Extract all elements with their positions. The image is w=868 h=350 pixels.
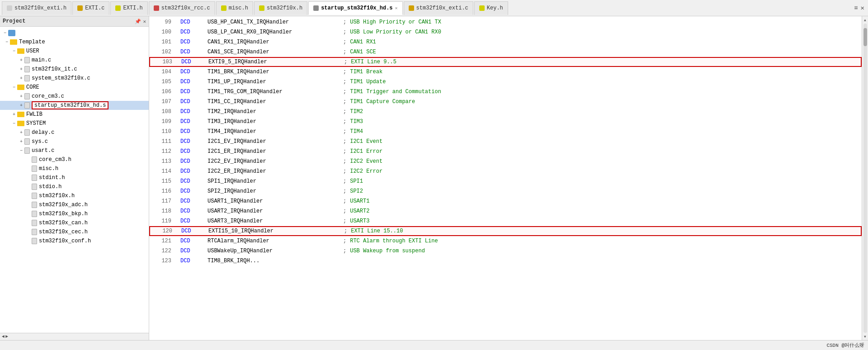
code-line-119[interactable]: 119DCDUSART3_IRQHandler;USART3 <box>149 216 862 226</box>
tree-item-stm32f10x_conf-h[interactable]: stm32f10x_conf.h <box>0 236 149 246</box>
tree-item-startup-file[interactable]: +startup_stm32f10x_hd.s <box>0 101 149 110</box>
tab-stm32f10x_rcc-c[interactable]: stm32f10x_rcc.c <box>149 1 215 15</box>
tree-icon-misc-h <box>32 166 37 172</box>
scrollbar-down-arrow[interactable]: ▼ <box>863 334 868 339</box>
tree-toggle-delay-c[interactable]: + <box>18 130 24 135</box>
pin-icon[interactable]: 📌 <box>135 19 141 24</box>
tree-item-stm32f10x_adc-h[interactable]: stm32f10x_adc.h <box>0 200 149 209</box>
tree-item-system-folder[interactable]: −SYSTEM <box>0 119 149 128</box>
code-line-121[interactable]: 121DCDRTCAlarm_IRQHandler;RTC Alarm thro… <box>149 236 862 246</box>
tab-exti-h[interactable]: EXTI.h <box>110 1 147 15</box>
tree-item-root[interactable]: − <box>0 28 149 38</box>
tree-toggle-fwlib-folder[interactable]: + <box>11 112 17 117</box>
tree-item-stm32f10x_bkp-h[interactable]: stm32f10x_bkp.h <box>0 209 149 218</box>
code-line-112[interactable]: 112DCDI2C1_ER_IRQHandler;I2C1 Error <box>149 147 862 156</box>
tree-toggle-core_cm3-c[interactable]: + <box>18 94 24 99</box>
tree-toggle-template-root[interactable]: − <box>4 40 10 45</box>
code-line-108[interactable]: 108DCDTIM2_IRQHandler;TIM2 <box>149 107 862 117</box>
status-text: CSDN @叫什么呀 <box>826 342 864 349</box>
tree-item-user-folder[interactable]: −USER <box>0 47 149 56</box>
line-sep-112: ; <box>343 148 346 155</box>
tree-item-stdint-h[interactable]: stdint.h <box>0 173 149 182</box>
tree-toggle-system-c[interactable]: + <box>18 76 24 81</box>
tree-toggle-main-c[interactable]: + <box>18 58 24 63</box>
tree-item-stm32f10x-h[interactable]: stm32f10x.h <box>0 191 149 200</box>
code-line-111[interactable]: 111DCDI2C1_EV_IRQHandler;I2C1 Event <box>149 137 862 147</box>
line-comment-116: SPI2 <box>350 188 363 194</box>
scroll-right-icon[interactable]: ► <box>5 334 8 339</box>
close-icon[interactable]: ✕ <box>143 19 146 24</box>
tree-item-template-root[interactable]: −Template <box>0 38 149 47</box>
scrollbar-track[interactable] <box>863 24 867 333</box>
tree-item-core_cm3-c[interactable]: +core_cm3.c <box>0 92 149 101</box>
tree-toggle-system-folder[interactable]: − <box>11 121 17 126</box>
code-line-100[interactable]: 100DCDUSB_LP_CAN1_RX0_IRQHandler;USB Low… <box>149 27 862 37</box>
tree-toggle-user-folder[interactable]: − <box>11 49 17 54</box>
tree-item-delay-c[interactable]: +delay.c <box>0 128 149 137</box>
scrollbar-up-arrow[interactable]: ▲ <box>863 17 868 23</box>
scroll-left-icon[interactable]: ◄ <box>2 334 5 339</box>
tree-item-misc-h[interactable]: misc.h <box>0 164 149 173</box>
code-line-105[interactable]: 105DCDTIM1_UP_IRQHandler;TIM1 Update <box>149 77 862 87</box>
code-line-114[interactable]: 114DCDI2C2_ER_IRQHandler;I2C2 Error <box>149 166 862 176</box>
tab-misc-h[interactable]: misc.h <box>216 1 253 15</box>
tree-item-sys-c[interactable]: +sys.c <box>0 137 149 146</box>
code-line-118[interactable]: 118DCDUSART2_IRQHandler;USART2 <box>149 206 862 216</box>
tab-exti-c[interactable]: EXTI.c <box>72 1 109 15</box>
line-handler-111: I2C1_EV_IRQHandler <box>208 138 343 145</box>
tree-icon-core_cm3-h <box>32 156 37 163</box>
tree-item-core_cm3-h[interactable]: core_cm3.h <box>0 155 149 164</box>
line-sep-113: ; <box>343 158 346 165</box>
tree-toggle-sys-c[interactable]: + <box>18 139 24 144</box>
tree-item-core-folder[interactable]: −CORE <box>0 83 149 92</box>
tree-toggle-usart-c[interactable]: − <box>18 148 24 153</box>
code-line-110[interactable]: 110DCDTIM4_IRQHandler;TIM4 <box>149 127 862 137</box>
code-line-120[interactable]: 120DCDEXTI15_10_IRQHandler;EXTI Line 15.… <box>149 226 862 236</box>
line-dcd-114: DCD <box>180 168 208 175</box>
scrollbar-thumb[interactable] <box>863 28 867 46</box>
tree-item-stdio-h[interactable]: stdio.h <box>0 182 149 191</box>
tree-item-fwlib-folder[interactable]: +FWLIB <box>0 110 149 119</box>
tree-item-stm32f10x_cec-h[interactable]: stm32f10x_cec.h <box>0 227 149 236</box>
code-line-102[interactable]: 102DCDCAN1_SCE_IRQHandler;CAN1 SCE <box>149 47 862 57</box>
line-dcd-111: DCD <box>180 138 208 145</box>
code-line-115[interactable]: 115DCDSPI1_IRQHandler;SPI1 <box>149 176 862 186</box>
code-line-99[interactable]: 99DCDUSB_HP_CAN1_TX_IRQHandler;USB High … <box>149 17 862 27</box>
code-line-106[interactable]: 106DCDTIM1_TRG_COM_IRQHandler;TIM1 Trigg… <box>149 87 862 97</box>
tree-item-usart-c[interactable]: −usart.c <box>0 146 149 155</box>
tree-label-stm32f10x_cec-h: stm32f10x_cec.h <box>39 229 88 235</box>
tab-list-icon[interactable]: ≡ <box>854 5 858 12</box>
line-sep-104: ; <box>343 69 346 75</box>
tree-item-main-c[interactable]: +main.c <box>0 56 149 65</box>
code-line-117[interactable]: 117DCDUSART1_IRQHandler;USART1 <box>149 196 862 206</box>
code-content[interactable]: 99DCDUSB_HP_CAN1_TX_IRQHandler;USB High … <box>149 16 862 340</box>
code-line-113[interactable]: 113DCDI2C2_EV_IRQHandler;I2C2 Event <box>149 156 862 166</box>
code-line-109[interactable]: 109DCDTIM3_IRQHandler;TIM3 <box>149 117 862 127</box>
line-dcd-107: DCD <box>180 99 208 105</box>
tab-close-startup-hd-s[interactable]: ✕ <box>395 5 398 11</box>
tab-stm32f10x_exti-c[interactable]: stm32f10x_exti.c <box>404 1 473 15</box>
code-line-122[interactable]: 122DCDUSBWakeUp_IRQHandler;USB Wakeup fr… <box>149 246 862 256</box>
code-line-104[interactable]: 104DCDTIM1_BRK_IRQHandler;TIM1 Break <box>149 67 862 77</box>
tree-toggle-stm32f10x_it-c[interactable]: + <box>18 67 24 72</box>
tree-container[interactable]: − −Template−USER+main.c+stm32f10x_it.c+s… <box>0 27 149 333</box>
code-line-107[interactable]: 107DCDTIM1_CC_IRQHandler;TIM1 Capture Co… <box>149 97 862 107</box>
panel-header: Project 📌 ✕ <box>0 16 149 27</box>
line-sep-117: ; <box>343 198 346 204</box>
tab-stm32f10x_exti-h[interactable]: stm32f10x_exti.h <box>2 1 71 15</box>
code-line-103[interactable]: 103DCDEXTI9_5_IRQHandler;EXTI Line 9..5 <box>149 57 862 67</box>
tree-item-stm32f10x_can-h[interactable]: stm32f10x_can.h <box>0 218 149 227</box>
tree-toggle-startup-file[interactable]: + <box>18 103 24 108</box>
tree-toggle-core-folder[interactable]: − <box>11 85 17 90</box>
tree-item-system-c[interactable]: +system_stm32f10x.c <box>0 74 149 83</box>
code-line-101[interactable]: 101DCDCAN1_RX1_IRQHandler;CAN1 RX1 <box>149 37 862 47</box>
tab-startup-hd-s[interactable]: startup_stm32f10x_hd.s✕ <box>308 1 402 15</box>
tree-toggle-root[interactable]: − <box>2 31 8 36</box>
tab-label-stm32f10x_exti-c: stm32f10x_exti.c <box>416 5 468 11</box>
tab-key-h[interactable]: Key.h <box>474 1 508 15</box>
code-line-116[interactable]: 116DCDSPI2_IRQHandler;SPI2 <box>149 186 862 196</box>
tab-stm32f10x-h[interactable]: stm32f10x.h <box>254 1 307 15</box>
tab-close-all-icon[interactable]: ✕ <box>861 4 864 12</box>
tree-item-stm32f10x_it-c[interactable]: +stm32f10x_it.c <box>0 65 149 74</box>
code-line-123[interactable]: 123DCDTIM8_BRK_IRQH... <box>149 256 862 266</box>
